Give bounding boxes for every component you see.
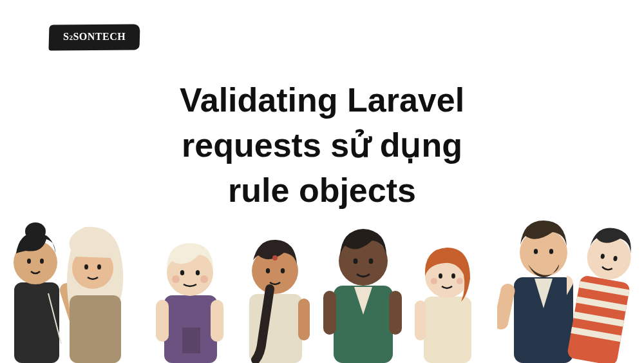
- illustration-person-6: [406, 231, 486, 363]
- svg-point-24: [272, 255, 278, 260]
- svg-point-10: [97, 264, 101, 270]
- logo-text-prefix: S: [63, 31, 69, 42]
- svg-point-17: [200, 275, 208, 283]
- illustration-person-5: [316, 215, 409, 363]
- svg-point-29: [368, 259, 373, 264]
- svg-point-3: [27, 259, 31, 264]
- illustration-people-row: [0, 202, 644, 363]
- svg-point-35: [451, 273, 455, 279]
- svg-point-22: [266, 268, 270, 273]
- svg-rect-19: [156, 300, 169, 342]
- logo-text-suffix: SONTECH: [73, 31, 126, 42]
- svg-point-14: [180, 270, 184, 275]
- svg-rect-30: [323, 291, 336, 335]
- svg-point-15: [196, 270, 200, 275]
- illustration-person-4: [231, 224, 318, 363]
- brand-logo: S2SONTECH: [52, 26, 137, 49]
- svg-rect-25: [298, 299, 310, 340]
- svg-rect-31: [389, 291, 402, 335]
- svg-point-42: [549, 249, 553, 254]
- svg-point-28: [353, 259, 357, 264]
- svg-point-2: [25, 222, 46, 240]
- svg-rect-18: [211, 300, 223, 342]
- svg-rect-38: [415, 300, 426, 340]
- svg-rect-12: [182, 328, 200, 353]
- svg-rect-43: [497, 282, 516, 331]
- svg-point-4: [40, 259, 44, 264]
- svg-point-34: [439, 273, 442, 279]
- svg-point-16: [172, 275, 180, 283]
- page-title: Validating Laravel requests sử dụng rule…: [103, 77, 541, 213]
- title-line-1: Validating Laravel: [103, 77, 541, 123]
- svg-point-36: [431, 278, 437, 284]
- illustration-person-3: [146, 228, 233, 363]
- svg-rect-52: [567, 273, 575, 319]
- illustration-person-8: [567, 208, 644, 363]
- svg-rect-32: [424, 297, 471, 363]
- svg-rect-7: [70, 295, 121, 363]
- svg-point-9: [84, 264, 88, 270]
- title-line-2: requests sử dụng: [103, 123, 541, 168]
- svg-point-23: [281, 268, 285, 273]
- svg-point-37: [457, 278, 463, 284]
- svg-point-41: [534, 249, 538, 254]
- illustration-person-2: [52, 218, 135, 363]
